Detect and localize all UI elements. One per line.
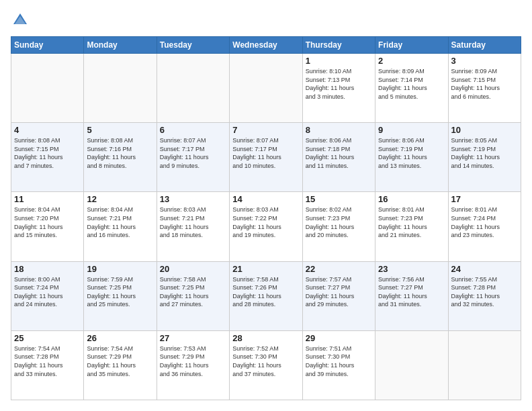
- day-number: 28: [232, 333, 299, 343]
- day-info: Sunrise: 8:07 AM Sunset: 7:17 PM Dayligh…: [160, 136, 226, 170]
- calendar-week-row: 18Sunrise: 8:00 AM Sunset: 7:24 PM Dayli…: [11, 261, 521, 330]
- calendar-cell: 6Sunrise: 8:07 AM Sunset: 7:17 PM Daylig…: [157, 123, 229, 192]
- calendar-cell: 21Sunrise: 7:58 AM Sunset: 7:26 PM Dayli…: [230, 261, 302, 330]
- calendar-header-row: SundayMondayTuesdayWednesdayThursdayFrid…: [11, 37, 521, 54]
- calendar-cell: 19Sunrise: 7:59 AM Sunset: 7:25 PM Dayli…: [84, 261, 157, 330]
- day-header-sunday: Sunday: [11, 37, 84, 54]
- calendar-cell: 2Sunrise: 8:09 AM Sunset: 7:14 PM Daylig…: [375, 54, 448, 123]
- day-info: Sunrise: 8:08 AM Sunset: 7:15 PM Dayligh…: [14, 136, 81, 170]
- day-info: Sunrise: 8:09 AM Sunset: 7:15 PM Dayligh…: [451, 67, 518, 101]
- calendar-cell: 8Sunrise: 8:06 AM Sunset: 7:18 PM Daylig…: [302, 123, 375, 192]
- day-info: Sunrise: 8:04 AM Sunset: 7:20 PM Dayligh…: [14, 205, 81, 239]
- day-number: 16: [378, 194, 445, 204]
- day-number: 13: [160, 194, 226, 204]
- day-number: 17: [451, 194, 518, 204]
- day-number: 18: [14, 264, 81, 274]
- day-info: Sunrise: 8:06 AM Sunset: 7:19 PM Dayligh…: [378, 136, 445, 170]
- day-number: 10: [451, 125, 518, 135]
- day-info: Sunrise: 8:06 AM Sunset: 7:18 PM Dayligh…: [306, 136, 372, 170]
- day-number: 24: [451, 264, 518, 274]
- day-number: 26: [87, 333, 153, 343]
- day-info: Sunrise: 7:54 AM Sunset: 7:28 PM Dayligh…: [14, 345, 81, 378]
- calendar-cell: 20Sunrise: 7:58 AM Sunset: 7:25 PM Dayli…: [157, 261, 229, 330]
- day-number: 15: [306, 194, 372, 204]
- calendar-cell: 10Sunrise: 8:05 AM Sunset: 7:19 PM Dayli…: [448, 123, 521, 192]
- page: SundayMondayTuesdayWednesdayThursdayFrid…: [0, 0, 532, 411]
- day-number: 25: [14, 333, 81, 343]
- day-header-monday: Monday: [84, 37, 157, 54]
- day-number: 12: [87, 194, 153, 204]
- calendar-cell: 28Sunrise: 7:52 AM Sunset: 7:30 PM Dayli…: [230, 330, 302, 400]
- calendar-cell: 23Sunrise: 7:56 AM Sunset: 7:27 PM Dayli…: [375, 261, 448, 330]
- calendar-cell: 12Sunrise: 8:04 AM Sunset: 7:21 PM Dayli…: [84, 192, 157, 261]
- calendar-cell: 7Sunrise: 8:07 AM Sunset: 7:17 PM Daylig…: [230, 123, 302, 192]
- calendar-cell: [157, 54, 229, 123]
- day-info: Sunrise: 7:58 AM Sunset: 7:26 PM Dayligh…: [232, 275, 299, 309]
- calendar-cell: 14Sunrise: 8:03 AM Sunset: 7:22 PM Dayli…: [230, 192, 302, 261]
- calendar-cell: 1Sunrise: 8:10 AM Sunset: 7:13 PM Daylig…: [302, 54, 375, 123]
- day-number: 29: [306, 333, 372, 343]
- day-info: Sunrise: 7:57 AM Sunset: 7:27 PM Dayligh…: [306, 275, 372, 309]
- day-info: Sunrise: 8:04 AM Sunset: 7:21 PM Dayligh…: [87, 205, 153, 239]
- day-info: Sunrise: 8:05 AM Sunset: 7:19 PM Dayligh…: [451, 136, 518, 170]
- day-info: Sunrise: 8:02 AM Sunset: 7:23 PM Dayligh…: [306, 205, 372, 239]
- day-number: 19: [87, 264, 153, 274]
- calendar-cell: 5Sunrise: 8:08 AM Sunset: 7:16 PM Daylig…: [84, 123, 157, 192]
- day-number: 27: [160, 333, 226, 343]
- calendar-cell: 3Sunrise: 8:09 AM Sunset: 7:15 PM Daylig…: [448, 54, 521, 123]
- day-number: 21: [232, 264, 299, 274]
- day-info: Sunrise: 7:54 AM Sunset: 7:29 PM Dayligh…: [87, 345, 153, 378]
- day-info: Sunrise: 8:10 AM Sunset: 7:13 PM Dayligh…: [306, 67, 372, 101]
- calendar-cell: 9Sunrise: 8:06 AM Sunset: 7:19 PM Daylig…: [375, 123, 448, 192]
- calendar-cell: 4Sunrise: 8:08 AM Sunset: 7:15 PM Daylig…: [11, 123, 84, 192]
- day-number: 7: [232, 125, 299, 135]
- day-info: Sunrise: 8:03 AM Sunset: 7:21 PM Dayligh…: [160, 205, 226, 239]
- day-number: 20: [160, 264, 226, 274]
- calendar-cell: 11Sunrise: 8:04 AM Sunset: 7:20 PM Dayli…: [11, 192, 84, 261]
- calendar-cell: 16Sunrise: 8:01 AM Sunset: 7:23 PM Dayli…: [375, 192, 448, 261]
- calendar-week-row: 11Sunrise: 8:04 AM Sunset: 7:20 PM Dayli…: [11, 192, 521, 261]
- calendar-cell: [375, 330, 448, 400]
- day-info: Sunrise: 7:59 AM Sunset: 7:25 PM Dayligh…: [87, 275, 153, 309]
- day-header-saturday: Saturday: [448, 37, 521, 54]
- calendar-cell: [84, 54, 157, 123]
- day-info: Sunrise: 7:55 AM Sunset: 7:28 PM Dayligh…: [451, 275, 518, 309]
- calendar-cell: [448, 330, 521, 400]
- day-number: 9: [378, 125, 445, 135]
- day-info: Sunrise: 8:07 AM Sunset: 7:17 PM Dayligh…: [232, 136, 299, 170]
- calendar-cell: 22Sunrise: 7:57 AM Sunset: 7:27 PM Dayli…: [302, 261, 375, 330]
- calendar-week-row: 25Sunrise: 7:54 AM Sunset: 7:28 PM Dayli…: [11, 330, 521, 400]
- day-header-wednesday: Wednesday: [230, 37, 302, 54]
- day-info: Sunrise: 7:56 AM Sunset: 7:27 PM Dayligh…: [378, 275, 445, 309]
- day-number: 14: [232, 194, 299, 204]
- logo: [11, 11, 32, 30]
- day-number: 2: [378, 56, 445, 66]
- day-info: Sunrise: 8:09 AM Sunset: 7:14 PM Dayligh…: [378, 67, 445, 101]
- calendar-cell: 18Sunrise: 8:00 AM Sunset: 7:24 PM Dayli…: [11, 261, 84, 330]
- day-number: 1: [306, 56, 372, 66]
- calendar-cell: 17Sunrise: 8:01 AM Sunset: 7:24 PM Dayli…: [448, 192, 521, 261]
- day-number: 3: [451, 56, 518, 66]
- day-header-tuesday: Tuesday: [157, 37, 229, 54]
- calendar-cell: 27Sunrise: 7:53 AM Sunset: 7:29 PM Dayli…: [157, 330, 229, 400]
- day-number: 4: [14, 125, 81, 135]
- day-info: Sunrise: 8:01 AM Sunset: 7:23 PM Dayligh…: [378, 205, 445, 239]
- day-info: Sunrise: 7:58 AM Sunset: 7:25 PM Dayligh…: [160, 275, 226, 309]
- day-number: 23: [378, 264, 445, 274]
- calendar-cell: 15Sunrise: 8:02 AM Sunset: 7:23 PM Dayli…: [302, 192, 375, 261]
- calendar-cell: 25Sunrise: 7:54 AM Sunset: 7:28 PM Dayli…: [11, 330, 84, 400]
- calendar-cell: 24Sunrise: 7:55 AM Sunset: 7:28 PM Dayli…: [448, 261, 521, 330]
- day-info: Sunrise: 8:00 AM Sunset: 7:24 PM Dayligh…: [14, 275, 81, 309]
- calendar-cell: [230, 54, 302, 123]
- day-number: 6: [160, 125, 226, 135]
- day-header-thursday: Thursday: [302, 37, 375, 54]
- day-info: Sunrise: 7:52 AM Sunset: 7:30 PM Dayligh…: [232, 345, 299, 378]
- day-info: Sunrise: 8:08 AM Sunset: 7:16 PM Dayligh…: [87, 136, 153, 170]
- logo-icon: [11, 11, 30, 30]
- day-number: 8: [306, 125, 372, 135]
- calendar-cell: 26Sunrise: 7:54 AM Sunset: 7:29 PM Dayli…: [84, 330, 157, 400]
- day-number: 11: [14, 194, 81, 204]
- day-info: Sunrise: 7:51 AM Sunset: 7:30 PM Dayligh…: [306, 345, 372, 378]
- calendar-cell: 13Sunrise: 8:03 AM Sunset: 7:21 PM Dayli…: [157, 192, 229, 261]
- calendar-table: SundayMondayTuesdayWednesdayThursdayFrid…: [11, 36, 521, 400]
